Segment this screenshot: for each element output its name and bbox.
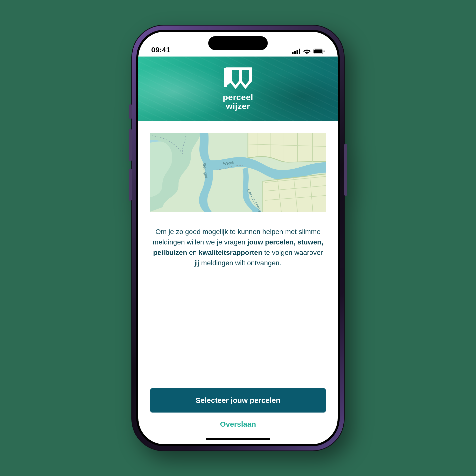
- svg-rect-9: [224, 68, 227, 84]
- status-right: [292, 49, 325, 54]
- notch: [208, 36, 268, 50]
- screen: 09:41: [138, 32, 338, 444]
- logo-line-1: perceel: [223, 93, 253, 102]
- map-illustration: Westk Gat van Loosgouw Steengat: [150, 133, 326, 212]
- volume-down-button: [129, 169, 132, 201]
- onboarding-content: Westk Gat van Loosgouw Steengat Om je zo…: [138, 121, 338, 444]
- onboarding-intro-text: Om je zo goed mogelijk te kunnen helpen …: [150, 227, 326, 268]
- cellular-icon: [292, 49, 300, 54]
- app-header-banner: perceel wijzer: [138, 57, 338, 121]
- home-indicator: [206, 438, 270, 440]
- svg-rect-2: [297, 50, 298, 54]
- skip-button[interactable]: Overslaan: [150, 420, 326, 428]
- app-logo: perceel wijzer: [138, 57, 338, 121]
- svg-rect-6: [314, 50, 323, 53]
- intro-part2: en: [187, 249, 199, 256]
- select-parcels-button[interactable]: Selecteer jouw percelen: [150, 388, 326, 413]
- app-logo-icon: [223, 67, 253, 91]
- intro-bold2: kwaliteitsrapporten: [199, 249, 262, 256]
- svg-rect-8: [224, 68, 252, 70]
- app-logo-text: perceel wijzer: [223, 93, 253, 111]
- phone-frame: 09:41: [131, 25, 345, 451]
- svg-rect-0: [292, 52, 294, 54]
- svg-rect-3: [299, 49, 300, 54]
- svg-point-4: [306, 53, 308, 54]
- status-time: 09:41: [151, 46, 170, 54]
- svg-rect-1: [294, 51, 296, 54]
- svg-rect-7: [324, 50, 325, 52]
- logo-line-2: wijzer: [223, 102, 253, 111]
- volume-up-button: [129, 129, 132, 161]
- wifi-icon: [303, 49, 311, 54]
- battery-icon: [313, 49, 325, 54]
- silent-switch: [129, 104, 132, 119]
- power-button: [344, 144, 347, 196]
